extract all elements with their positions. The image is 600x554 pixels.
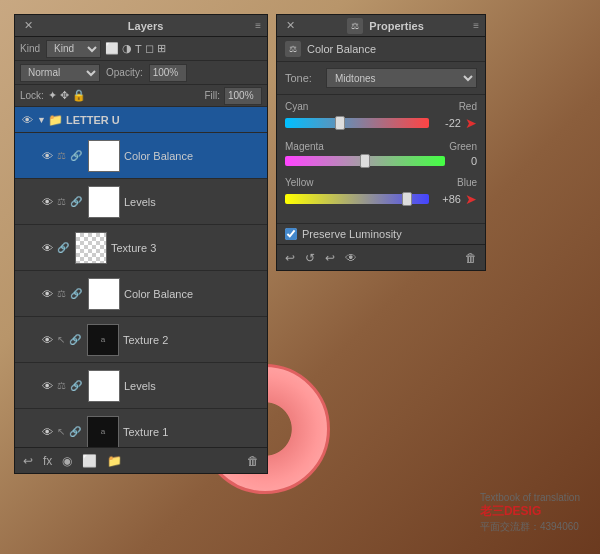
prop-reset-btn[interactable]: ↩ [322, 249, 338, 267]
slider-yellow-blue: Yellow Blue +86 ➤ [285, 177, 477, 207]
layers-close-btn[interactable]: ✕ [21, 18, 36, 33]
layer-adjustment-icon-4: ⚖ [57, 288, 66, 299]
prop-delete-btn[interactable]: 🗑 [462, 249, 480, 267]
layer-color-balance-1[interactable]: 👁 ⚖ 🔗 Color Balance [15, 133, 267, 179]
layer-link-icon-4: 🔗 [70, 288, 82, 299]
smart-icon[interactable]: ⊞ [157, 42, 166, 55]
layer-adjustment-icon-2: ⚖ [57, 196, 66, 207]
properties-panel-title: Properties [369, 20, 423, 32]
layer-eye-6[interactable]: 👁 [39, 378, 55, 394]
group-arrow-icon[interactable]: ▼ [37, 115, 46, 125]
layers-panel-title: Layers [128, 20, 163, 32]
magenta-green-value: 0 [449, 155, 477, 167]
cyan-red-track[interactable] [285, 118, 429, 128]
layers-menu-btn[interactable]: ≡ [255, 20, 261, 31]
opacity-input[interactable]: 100% [149, 64, 187, 82]
layer-eye-3[interactable]: 👁 [39, 240, 55, 256]
yellow-blue-thumb[interactable] [402, 192, 412, 206]
properties-icon: ⚖ [347, 18, 363, 34]
properties-subtitle-row: ⚖ Color Balance [277, 37, 485, 62]
group-header-letter-u[interactable]: 👁 ▼ 📁 LETTER U [15, 107, 267, 133]
cyan-red-value: -22 [433, 117, 461, 129]
adjustment-icon[interactable]: ◑ [122, 42, 132, 55]
layer-thumb-6 [88, 370, 120, 402]
yellow-blue-value: +86 [433, 193, 461, 205]
fill-label: Fill: [204, 90, 220, 101]
yellow-blue-arrow: ➤ [465, 191, 477, 207]
lock-position-icon[interactable]: ✥ [60, 89, 69, 102]
prop-refresh-btn[interactable]: ↺ [302, 249, 318, 267]
adjustment-btn[interactable]: ⬜ [79, 452, 100, 470]
layer-name-texture-3: Texture 3 [111, 242, 263, 254]
layer-levels-2[interactable]: 👁 ⚖ 🔗 Levels [15, 363, 267, 409]
kind-label: Kind [20, 43, 40, 54]
slider-cyan-red: Cyan Red -22 ➤ [285, 101, 477, 131]
kind-select[interactable]: Kind [46, 40, 101, 58]
delete-btn[interactable]: 🗑 [244, 452, 262, 470]
type-icon[interactable]: T [135, 43, 142, 55]
cyan-red-thumb[interactable] [335, 116, 345, 130]
prop-visibility-btn[interactable]: 👁 [342, 249, 360, 267]
preserve-checkbox[interactable] [285, 228, 297, 240]
group-eye-icon[interactable]: 👁 [19, 112, 35, 128]
layer-levels-1[interactable]: 👁 ⚖ 🔗 Levels [15, 179, 267, 225]
pixel-icon[interactable]: ⬜ [105, 42, 119, 55]
magenta-green-thumb[interactable] [360, 154, 370, 168]
cyan-label: Cyan [285, 101, 308, 112]
yellow-label: Yellow [285, 177, 314, 188]
tone-label: Tone: [285, 72, 320, 84]
opacity-label: Opacity: [106, 67, 143, 78]
properties-panel-header: ✕ ⚖ Properties ≡ [277, 15, 485, 37]
layer-eye-4[interactable]: 👁 [39, 286, 55, 302]
layer-link-icon-1: 🔗 [70, 150, 82, 161]
yellow-blue-track[interactable] [285, 194, 429, 204]
layer-texture-3[interactable]: 👁 🔗 Texture 3 [15, 225, 267, 271]
layer-eye-1[interactable]: 👁 [39, 148, 55, 164]
layer-thumb-2 [88, 186, 120, 218]
layer-eye-7[interactable]: 👁 [39, 424, 55, 440]
properties-subtitle: Color Balance [307, 43, 376, 55]
kind-row: Kind Kind ⬜ ◑ T ◻ ⊞ [15, 37, 267, 61]
slider-labels-1: Cyan Red [285, 101, 477, 112]
fx-btn[interactable]: fx [40, 452, 55, 470]
layer-thumb-1 [88, 140, 120, 172]
layers-list: 👁 ▼ 📁 LETTER U 👁 ⚖ 🔗 Color Balance 👁 ⚖ 🔗… [15, 107, 267, 447]
tone-select[interactable]: Midtones Shadows Highlights [326, 68, 477, 88]
layer-texture-1[interactable]: 👁 ↖ 🔗 a Texture 1 [15, 409, 267, 447]
add-link-btn[interactable]: ↩ [20, 452, 36, 470]
slider-labels-3: Yellow Blue [285, 177, 477, 188]
lock-pixel-icon[interactable]: ✦ [48, 89, 57, 102]
shape-icon[interactable]: ◻ [145, 42, 154, 55]
green-label: Green [449, 141, 477, 152]
group-btn[interactable]: 📁 [104, 452, 125, 470]
layer-color-balance-2[interactable]: 👁 ⚖ 🔗 Color Balance [15, 271, 267, 317]
sliders-section: Cyan Red -22 ➤ Magenta Green 0 [277, 95, 485, 223]
layer-eye-2[interactable]: 👁 [39, 194, 55, 210]
mask-btn[interactable]: ◉ [59, 452, 75, 470]
blend-mode-select[interactable]: Normal [20, 64, 100, 82]
layer-name-color-balance-2: Color Balance [124, 288, 263, 300]
subtitle-icon: ⚖ [285, 41, 301, 57]
blend-mode-row: Normal Opacity: 100% [15, 61, 267, 85]
lock-all-icon[interactable]: 🔒 [72, 89, 86, 102]
layer-name-levels-1: Levels [124, 196, 263, 208]
watermark: Textbook of translation 老三DESIG 平面交流群：43… [480, 492, 580, 534]
magenta-label: Magenta [285, 141, 324, 152]
slider-container-3: +86 ➤ [285, 191, 477, 207]
layer-texture-2[interactable]: 👁 ↖ 🔗 a Texture 2 [15, 317, 267, 363]
magenta-green-track[interactable] [285, 156, 445, 166]
prop-back-btn[interactable]: ↩ [282, 249, 298, 267]
layer-link-icon-7: 🔗 [69, 426, 81, 437]
preserve-label: Preserve Luminosity [302, 228, 402, 240]
layer-thumb-7: a [87, 416, 119, 448]
lock-icons: ✦ ✥ 🔒 [48, 89, 86, 102]
kind-icons: ⬜ ◑ T ◻ ⊞ [105, 42, 166, 55]
layer-cursor-icon-7: ↖ [57, 426, 65, 437]
lock-label: Lock: [20, 90, 44, 101]
properties-menu-btn[interactable]: ≡ [473, 20, 479, 31]
properties-close-btn[interactable]: ✕ [283, 18, 298, 33]
group-name-letter-u: LETTER U [66, 114, 120, 126]
layer-adjustment-icon-1: ⚖ [57, 150, 66, 161]
layer-eye-5[interactable]: 👁 [39, 332, 55, 348]
fill-input[interactable]: 100% [224, 87, 262, 105]
